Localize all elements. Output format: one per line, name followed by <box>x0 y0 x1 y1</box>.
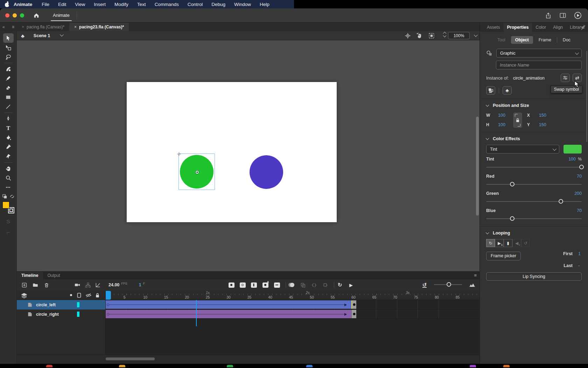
blue-slider[interactable] <box>486 215 582 222</box>
symbol-behavior-icon[interactable] <box>561 74 570 82</box>
scene-dropdown-icon[interactable] <box>60 33 64 36</box>
insert-keyframe-icon[interactable] <box>227 281 236 289</box>
panel-scrollbar[interactable] <box>586 51 587 142</box>
subtab-object[interactable]: Object <box>511 36 533 44</box>
frame-view-graph-icon[interactable] <box>93 281 102 289</box>
pasteboard[interactable] <box>17 40 479 298</box>
insert-blank-keyframe-icon[interactable] <box>238 281 247 289</box>
timeline-zoom-knob[interactable] <box>447 282 451 287</box>
tool-selection[interactable] <box>3 33 14 43</box>
color-style-select[interactable]: Tint <box>486 145 559 154</box>
tool-pen[interactable] <box>3 114 14 123</box>
menu-edit[interactable]: Edit <box>58 2 66 7</box>
timeline-ruler[interactable]: 1s2s3s 510152025303540455055606570758085 <box>106 291 479 300</box>
hide-column-icon[interactable] <box>85 293 92 298</box>
tab-color[interactable]: Color <box>532 23 550 32</box>
outline-column-icon[interactable] <box>77 293 81 298</box>
fps-indicator[interactable]: 24.00 FPS 1 F <box>108 279 145 291</box>
h-value[interactable]: 100 <box>498 122 505 127</box>
tool-subselection[interactable] <box>3 43 14 52</box>
layer-color-indicator[interactable] <box>77 312 79 317</box>
close-icon[interactable]: × <box>74 25 77 29</box>
tab-properties[interactable]: Properties <box>504 23 532 32</box>
layer-name[interactable]: circle_right <box>36 312 59 317</box>
tool-eraser[interactable] <box>3 83 14 93</box>
camera-icon[interactable] <box>73 281 82 289</box>
color-effects-header[interactable]: Color Effects <box>486 136 582 141</box>
convert-to-symbol-icon[interactable]: ♣ <box>503 86 512 95</box>
circle-right-shape[interactable] <box>250 155 283 189</box>
stage[interactable] <box>127 82 337 222</box>
loop-option-reverse-once[interactable]: ◀1 <box>512 239 521 247</box>
slider-value[interactable]: 70 <box>577 208 582 213</box>
instance-name-input[interactable] <box>500 63 578 68</box>
modify-markers-icon[interactable] <box>309 281 318 289</box>
symbol-type-select[interactable]: Graphic <box>496 49 582 57</box>
current-frame-value[interactable]: 1 <box>139 282 141 287</box>
registration-point[interactable] <box>196 171 199 174</box>
zoom-window-button[interactable] <box>20 13 24 18</box>
lock-column-icon[interactable] <box>95 293 100 298</box>
loop-option-loop[interactable]: ↻ <box>486 239 495 247</box>
edit-multiple-frames-icon[interactable] <box>298 281 307 289</box>
close-window-button[interactable] <box>5 13 9 18</box>
menu-help[interactable]: Help <box>260 2 270 7</box>
collapse-panel-icon[interactable]: « <box>2 25 5 29</box>
play-icon[interactable]: ▶ <box>346 281 356 289</box>
expand-panel-icon[interactable]: » <box>583 23 585 28</box>
fps-value[interactable]: 24.00 <box>108 282 119 287</box>
playhead[interactable] <box>106 291 111 300</box>
menu-commands[interactable]: Commands <box>155 2 179 7</box>
blending-icon[interactable] <box>486 86 495 95</box>
subtab-frame[interactable]: Frame <box>534 36 555 44</box>
first-value[interactable]: 1 <box>578 251 582 256</box>
subtab-tool[interactable]: Tool <box>493 36 510 44</box>
share-icon[interactable] <box>545 12 552 19</box>
tween-start-keyframe[interactable] <box>107 313 109 315</box>
zoom-dropdown-icon[interactable] <box>474 33 478 37</box>
test-movie-icon[interactable] <box>574 12 582 19</box>
layer-color-indicator[interactable] <box>77 302 79 307</box>
slider-knob[interactable] <box>579 165 584 169</box>
selection-bounding-box[interactable] <box>178 154 215 190</box>
layer-row-circle-left[interactable]: circle_left <box>17 300 105 309</box>
menu-modify[interactable]: Modify <box>114 2 128 7</box>
lip-syncing-button[interactable]: Lip Syncing <box>486 272 582 281</box>
slider-value[interactable]: 100 <box>568 157 576 162</box>
zoom-level-field[interactable]: 100% <box>448 32 470 39</box>
tint-slider[interactable] <box>486 164 582 171</box>
tool-paint-bucket[interactable] <box>3 133 14 142</box>
scene-name[interactable]: Scene 1 <box>34 33 50 38</box>
layer-parenting-icon[interactable] <box>83 281 92 289</box>
tab-assets[interactable]: Assets <box>483 23 504 32</box>
tool-classic-brush[interactable] <box>3 74 14 83</box>
tool-hand[interactable] <box>3 164 14 173</box>
center-stage-icon[interactable] <box>405 33 411 39</box>
workspace-layout-icon[interactable] <box>559 12 566 19</box>
swap-colors-icon[interactable] <box>10 194 14 199</box>
rotate-view-icon[interactable] <box>416 33 423 39</box>
tween-start-keyframe[interactable] <box>107 304 109 306</box>
menu-insert[interactable]: Insert <box>94 2 106 7</box>
frame-picker-button[interactable]: Frame picker <box>486 252 521 260</box>
menu-window[interactable]: Window <box>234 2 251 7</box>
clip-content-icon[interactable] <box>428 33 435 39</box>
panel-list-icon[interactable]: ≡ <box>12 25 14 29</box>
timeline-zoom-slider[interactable] <box>434 284 462 285</box>
slider-knob[interactable] <box>510 182 514 186</box>
tool-fluid-brush[interactable] <box>3 64 14 74</box>
y-value[interactable]: 150 <box>539 122 546 127</box>
menu-debug[interactable]: Debug <box>211 2 225 7</box>
auto-keyframe-icon[interactable]: A <box>261 281 270 289</box>
menu-animate[interactable]: Animate <box>14 2 32 7</box>
motion-tween-span[interactable] <box>106 300 351 309</box>
w-value[interactable]: 100 <box>498 113 505 118</box>
workspace-tab-animate[interactable]: Animate <box>48 8 75 22</box>
frames-circle-left[interactable] <box>106 300 479 309</box>
menu-file[interactable]: File <box>42 2 49 7</box>
tab-align[interactable]: Align <box>550 23 566 32</box>
motion-tween-span[interactable] <box>106 310 351 318</box>
loop-playback-icon[interactable]: ↻ <box>335 281 344 289</box>
new-layer-icon[interactable] <box>20 281 29 289</box>
green-slider[interactable] <box>486 198 582 205</box>
